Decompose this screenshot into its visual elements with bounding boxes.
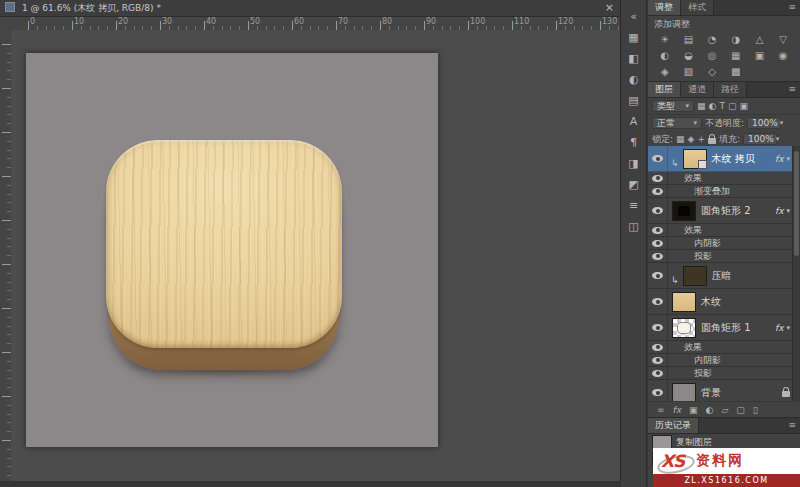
filter-adjustment-icon[interactable]: ◐: [709, 101, 717, 111]
panel-menu-icon[interactable]: ≡: [788, 0, 796, 15]
layer-fx-badge[interactable]: fx: [775, 206, 784, 216]
layer-style-icon[interactable]: fx: [673, 405, 682, 415]
visibility-toggle[interactable]: [648, 263, 668, 288]
hue-saturation-icon[interactable]: ▽: [771, 32, 795, 47]
layer-effect-row[interactable]: 效果: [648, 172, 793, 185]
close-button[interactable]: ×: [605, 0, 614, 16]
new-layer-icon[interactable]: ▢: [736, 405, 745, 415]
invert-icon[interactable]: ◉: [771, 48, 795, 63]
histogram-panel-icon[interactable]: ◫: [621, 216, 646, 237]
blend-mode-dropdown[interactable]: 正常 ▾: [652, 117, 702, 129]
filter-type-dropdown[interactable]: 类型 ▾: [652, 100, 694, 112]
fill-dropdown[interactable]: 100% ▾: [743, 133, 777, 145]
lock-all-icon[interactable]: [708, 138, 716, 144]
filter-pixel-icon[interactable]: ▦: [697, 101, 706, 111]
layer-effect-row[interactable]: 内阴影: [648, 237, 793, 250]
visibility-toggle[interactable]: [648, 237, 668, 249]
layer-fx-badge[interactable]: fx: [775, 154, 784, 164]
layer-effect-row[interactable]: 投影: [648, 250, 793, 263]
panel-menu-icon[interactable]: ≡: [788, 418, 796, 433]
tab-active[interactable]: 调整: [648, 0, 681, 15]
fx-collapse-icon[interactable]: ▾: [786, 324, 790, 332]
layer-effect-row[interactable]: 渐变叠加: [648, 185, 793, 198]
collapse-dock-icon[interactable]: «: [621, 6, 646, 27]
layer-effect-row[interactable]: 投影: [648, 367, 793, 380]
layer-row[interactable]: ↳木纹 拷贝fx▾: [648, 146, 793, 172]
exposure-icon[interactable]: ◑: [724, 32, 748, 47]
opacity-dropdown[interactable]: 100% ▾: [747, 117, 781, 129]
document-titlebar[interactable]: 1 @ 61.6% (木纹 拷贝, RGB/8) * ×: [0, 0, 620, 17]
visibility-toggle[interactable]: [648, 146, 668, 171]
visibility-toggle[interactable]: [648, 315, 668, 340]
fx-collapse-icon[interactable]: ▾: [786, 155, 790, 163]
layer-thumbnail[interactable]: [672, 318, 696, 338]
filter-type-icon[interactable]: T: [719, 101, 725, 111]
layer-thumbnail[interactable]: [672, 201, 696, 221]
layer-fx-badge[interactable]: fx: [775, 323, 784, 333]
tab-inactive[interactable]: 路径: [714, 82, 747, 97]
brightness-contrast-icon[interactable]: ☀: [653, 32, 677, 47]
visibility-toggle[interactable]: [648, 380, 668, 401]
posterize-icon[interactable]: ◈: [653, 64, 677, 79]
new-group-icon[interactable]: ▱: [721, 405, 728, 415]
layers-scrollbar[interactable]: [792, 146, 800, 401]
fx-collapse-icon[interactable]: ▾: [786, 207, 790, 215]
tab-active[interactable]: 历史记录: [648, 418, 699, 433]
layer-thumbnail[interactable]: [683, 266, 707, 286]
tab-active[interactable]: 图层: [648, 82, 681, 97]
swatches-panel-icon[interactable]: ▦: [621, 27, 646, 48]
adjustments-panel-icon[interactable]: ◐: [621, 69, 646, 90]
tab-inactive[interactable]: 通道: [681, 82, 714, 97]
canvas-artboard[interactable]: [26, 53, 438, 447]
channel-mixer-icon[interactable]: ▦: [724, 48, 748, 63]
delete-layer-icon[interactable]: ▯: [753, 405, 758, 415]
character-panel-icon[interactable]: A: [621, 111, 646, 132]
layer-thumbnail[interactable]: [683, 149, 707, 169]
properties-panel-icon[interactable]: ≡: [621, 195, 646, 216]
photo-filter-icon[interactable]: ◎: [700, 48, 724, 63]
visibility-toggle[interactable]: [648, 198, 668, 223]
visibility-toggle[interactable]: [648, 354, 668, 366]
visibility-toggle[interactable]: [648, 250, 668, 262]
color-balance-icon[interactable]: ◐: [653, 48, 677, 63]
layer-row[interactable]: ↳压暗: [648, 263, 793, 289]
selective-color-icon[interactable]: ▩: [724, 64, 748, 79]
visibility-toggle[interactable]: [648, 367, 668, 379]
levels-icon[interactable]: ▤: [677, 32, 701, 47]
filter-shape-icon[interactable]: ▢: [728, 101, 737, 111]
lock-position-icon[interactable]: +: [697, 134, 705, 144]
gradient-map-icon[interactable]: ◇: [700, 64, 724, 79]
tab-inactive[interactable]: 样式: [681, 0, 714, 15]
visibility-toggle[interactable]: [648, 185, 668, 197]
new-adjustment-icon[interactable]: ◐: [706, 405, 714, 415]
layer-thumbnail[interactable]: [672, 292, 696, 312]
threshold-icon[interactable]: ▧: [677, 64, 701, 79]
curves-icon[interactable]: ◔: [700, 32, 724, 47]
visibility-toggle[interactable]: [648, 289, 668, 314]
panel-menu-icon[interactable]: ≡: [788, 82, 796, 97]
visibility-toggle[interactable]: [648, 224, 668, 236]
visibility-toggle[interactable]: [648, 341, 668, 353]
vibrance-icon[interactable]: △: [748, 32, 772, 47]
layer-effect-row[interactable]: 效果: [648, 224, 793, 237]
layer-effect-row[interactable]: 效果: [648, 341, 793, 354]
scrollbar-thumb[interactable]: [794, 151, 799, 256]
color-panel-icon[interactable]: ◧: [621, 48, 646, 69]
layer-row[interactable]: 圆角矩形 1fx▾: [648, 315, 793, 341]
layer-thumbnail[interactable]: [672, 383, 696, 402]
styles-panel-icon[interactable]: ▤: [621, 90, 646, 111]
layer-effect-row[interactable]: 内阴影: [648, 354, 793, 367]
lock-transparency-icon[interactable]: ▦: [676, 134, 685, 144]
layer-row[interactable]: 木纹: [648, 289, 793, 315]
navigator-panel-icon[interactable]: ◩: [621, 174, 646, 195]
canvas-viewport[interactable]: [11, 30, 620, 481]
filter-smart-icon[interactable]: ▣: [739, 101, 748, 111]
add-mask-icon[interactable]: ▣: [689, 405, 698, 415]
layer-row[interactable]: 背景: [648, 380, 793, 401]
black-white-icon[interactable]: ◒: [677, 48, 701, 63]
lock-pixels-icon[interactable]: ◈: [688, 134, 695, 144]
paragraph-panel-icon[interactable]: ¶: [621, 132, 646, 153]
visibility-toggle[interactable]: [648, 172, 668, 184]
link-layers-icon[interactable]: ∞: [657, 405, 665, 415]
color-lookup-icon[interactable]: ▣: [748, 48, 772, 63]
